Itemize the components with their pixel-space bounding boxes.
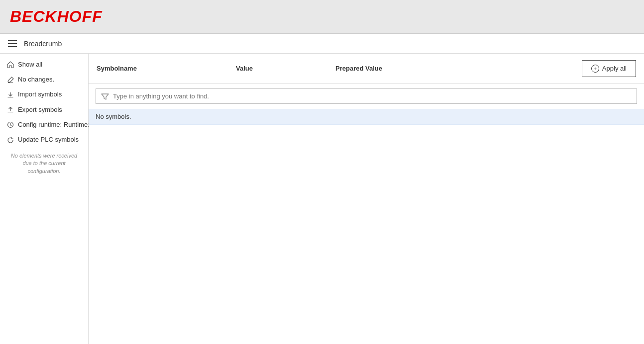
sidebar-label-import-symbols: Import symbols: [18, 90, 62, 98]
apply-all-label: Apply all: [602, 65, 627, 72]
sidebar: Show all No changes. Import symbols: [0, 54, 89, 344]
content-header: Symbolname Value Prepared Value + Apply …: [89, 54, 644, 84]
filter-icon: [101, 92, 109, 100]
no-symbols-row: No symbols.: [89, 109, 644, 125]
sidebar-label-export-symbols: Export symbols: [18, 106, 62, 113]
export-icon: [7, 105, 14, 113]
search-bar: [96, 88, 637, 104]
search-input[interactable]: [113, 92, 632, 100]
sub-header: Breadcrumb: [0, 34, 644, 54]
sidebar-item-update-plc[interactable]: Update PLC symbols: [0, 132, 88, 147]
top-header: BECKHOFF: [0, 0, 644, 34]
sidebar-item-config-runtime[interactable]: Config runtime: Runtime1: [0, 117, 88, 132]
column-value: Value: [236, 65, 335, 72]
column-prepared-value: Prepared Value: [335, 65, 582, 72]
sidebar-item-no-changes[interactable]: No changes.: [0, 72, 88, 86]
import-icon: [7, 90, 14, 98]
hamburger-button[interactable]: [5, 38, 20, 49]
beckhoff-logo: BECKHOFF: [10, 7, 103, 26]
sidebar-label-show-all: Show all: [18, 61, 42, 68]
sidebar-label-update-plc: Update PLC symbols: [18, 136, 79, 143]
sidebar-label-config-runtime: Config runtime: Runtime1: [18, 121, 91, 128]
edit-icon: [7, 75, 14, 83]
main-layout: Show all No changes. Import symbols: [0, 54, 644, 344]
clock-icon: [7, 120, 14, 128]
sidebar-item-export-symbols[interactable]: Export symbols: [0, 102, 88, 117]
column-symbolname: Symbolname: [97, 65, 236, 72]
content-area: Symbolname Value Prepared Value + Apply …: [89, 54, 644, 344]
apply-all-button[interactable]: + Apply all: [582, 60, 636, 77]
apply-all-icon: +: [591, 65, 599, 73]
sidebar-item-show-all[interactable]: Show all: [0, 57, 88, 72]
sidebar-label-no-changes: No changes.: [18, 76, 54, 83]
no-symbols-text: No symbols.: [96, 113, 131, 120]
sidebar-item-import-symbols[interactable]: Import symbols: [0, 87, 88, 102]
sidebar-note: No elements were received due to the cur…: [0, 147, 88, 180]
refresh-icon: [7, 135, 14, 143]
breadcrumb: Breadcrumb: [24, 40, 62, 48]
home-icon: [7, 60, 14, 68]
